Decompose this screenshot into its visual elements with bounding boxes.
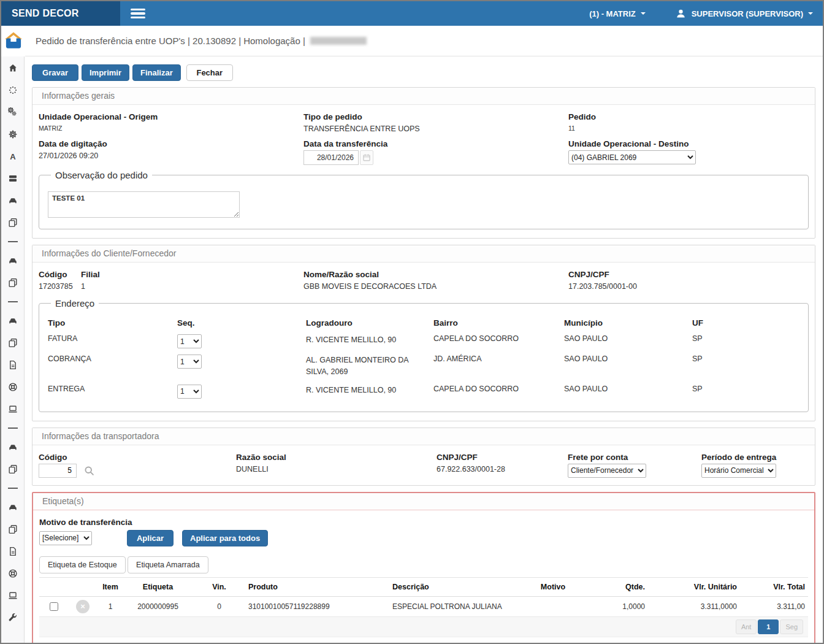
panel-transportadora: Informações da transportadora Código R: [32, 427, 815, 486]
value-transp-cnpj: 67.922.633/0001-28: [437, 464, 568, 476]
sidebar-icon-lifebuoy[interactable]: [1, 376, 24, 398]
table-header-row: Item Etiqueta Vin. Produto Descrição Mot…: [39, 577, 808, 596]
col-motivo: Motivo: [519, 577, 587, 596]
motivo-select[interactable]: [Selecione]: [39, 531, 92, 545]
label-tipo-pedido: Tipo de pedido: [303, 109, 568, 123]
addr-bairro: CAPELA DO SOCORRO: [433, 332, 564, 353]
cogs-icon: [8, 107, 18, 117]
col-select-header: [39, 577, 67, 596]
aplicar-para-todos-button[interactable]: Aplicar para todos: [182, 530, 268, 546]
menu-toggle-button[interactable]: [128, 6, 148, 21]
sidebar-divider: [1, 480, 24, 496]
hamburger-icon: [131, 9, 145, 11]
label-frete: Frete por conta: [568, 449, 701, 464]
value-filial: 1: [81, 281, 303, 293]
addr-tipo: FATURA: [48, 332, 177, 353]
periodo-select[interactable]: Horário Comercial: [701, 464, 776, 478]
frete-select[interactable]: Cliente/Fornecedor: [568, 464, 646, 478]
addr-header-tipo: Tipo: [48, 316, 177, 332]
row-delete-button[interactable]: ×: [76, 600, 90, 613]
sidebar-icon-copy[interactable]: [1, 518, 24, 540]
addr-uf: SP: [692, 353, 799, 383]
addr-seq-select[interactable]: 1: [177, 385, 202, 399]
col-descricao: Descrição: [389, 577, 519, 596]
sidebar-icon-copy[interactable]: [1, 332, 24, 354]
sidebar-icon-cogs[interactable]: [1, 101, 24, 123]
aplicar-button[interactable]: Aplicar: [127, 530, 174, 546]
finalizar-button[interactable]: Finalizar: [132, 64, 181, 81]
car-icon: [8, 256, 18, 266]
lifebuoy-icon: [8, 569, 18, 578]
sidebar-icon-gear[interactable]: [1, 123, 24, 145]
pagination-next-button[interactable]: Seg: [780, 619, 803, 634]
gravar-button[interactable]: Gravar: [32, 64, 78, 81]
panel-etiquetas: Etiqueta(s) Motivo de transferência [Sel…: [32, 492, 815, 643]
branch-selector[interactable]: (1) - MATRIZ: [589, 9, 646, 18]
fechar-button[interactable]: Fechar: [186, 64, 233, 81]
spinner-icon: [8, 85, 18, 95]
data-transferencia-input[interactable]: [303, 150, 359, 165]
sidebar-icon-server[interactable]: [1, 167, 24, 190]
pagination: Ant 1 Seg: [39, 617, 808, 637]
redacted-text: [310, 37, 367, 45]
cell-item: 1: [98, 596, 123, 616]
sidebar-icon-car[interactable]: [1, 190, 24, 212]
sidebar-icon-laptop[interactable]: [1, 585, 24, 607]
label-cnpj: CNPJ/CPF: [568, 266, 809, 281]
addr-seq-select[interactable]: 1: [177, 355, 202, 369]
col-delete-header: [67, 577, 98, 596]
cell-qtde: 1,0000: [587, 596, 648, 616]
label-transp-codigo: Código: [39, 449, 236, 464]
calendar-icon[interactable]: [360, 150, 373, 165]
label-data-transferencia: Data da transferência: [303, 136, 568, 150]
col-item: Item: [98, 577, 123, 596]
addr-header-uf: UF: [692, 316, 799, 332]
wrench-icon: [8, 613, 18, 623]
addr-tipo: ENTREGA: [48, 383, 177, 403]
row-checkbox[interactable]: [50, 602, 58, 611]
user-icon: [675, 8, 687, 20]
imprimir-button[interactable]: Imprimir: [82, 64, 129, 81]
value-tipo-pedido: TRANSFERÊNCIA ENTRE UOPS: [303, 123, 568, 136]
sidebar-icon-lifebuoy[interactable]: [1, 562, 24, 585]
pagination-page-1-button[interactable]: 1: [758, 619, 779, 634]
addr-header-logradouro: Logradouro: [306, 316, 433, 332]
addr-seq-select[interactable]: 1: [177, 334, 202, 348]
addr-logradouro: AL. GABRIEL MONTEIRO DA SILVA, 2069: [306, 355, 411, 378]
lifebuoy-icon: [8, 382, 18, 392]
sidebar-icon-copy[interactable]: [1, 212, 24, 234]
search-icon[interactable]: [84, 466, 94, 476]
transportadora-codigo-input[interactable]: [39, 464, 77, 478]
user-menu[interactable]: SUPERVISOR (SUPERVISOR): [675, 8, 813, 20]
tab-etiqueta-de-estoque[interactable]: Etiqueta de Estoque: [39, 556, 126, 573]
sidebar-icon-copy[interactable]: [1, 458, 24, 480]
col-qtde: Qtde.: [587, 577, 648, 596]
sidebar: [1, 56, 25, 643]
copy-icon: [8, 278, 18, 288]
label-nome: Nome/Razão social: [303, 266, 568, 281]
panel-title: Informações do Cliente/Fornecedor: [32, 245, 815, 263]
sidebar-icon-car[interactable]: [1, 496, 24, 518]
tab-etiqueta-amarrada[interactable]: Etiqueta Amarrada: [128, 556, 208, 573]
font-icon: [8, 151, 18, 161]
sidebar-divider: [1, 420, 24, 436]
sidebar-icon-wrench[interactable]: [1, 607, 24, 629]
value-data-digitacao: 27/01/2026 09:20: [39, 150, 303, 163]
destino-select[interactable]: (04) GABRIEL 2069: [568, 150, 696, 164]
col-produto: Produto: [245, 577, 389, 596]
sidebar-icon-spinner[interactable]: [1, 79, 24, 101]
sidebar-icon-file[interactable]: [1, 540, 24, 562]
sidebar-icon-car[interactable]: [1, 250, 24, 272]
sidebar-icon-file[interactable]: [1, 354, 24, 376]
copy-icon: [8, 338, 18, 348]
sidebar-icon-copy[interactable]: [1, 272, 24, 294]
sidebar-icon-laptop[interactable]: [1, 398, 24, 420]
sidebar-icon-car[interactable]: [1, 310, 24, 332]
sidebar-icon-home[interactable]: [1, 57, 24, 79]
addr-municipio: SAO PAULO: [564, 332, 692, 353]
sidebar-icon-car[interactable]: [1, 436, 24, 458]
pagination-prev-button[interactable]: Ant: [736, 619, 757, 634]
observacao-textarea[interactable]: TESTE 01: [48, 191, 240, 218]
label-filial: Filial: [81, 266, 303, 281]
sidebar-icon-font[interactable]: [1, 145, 24, 167]
